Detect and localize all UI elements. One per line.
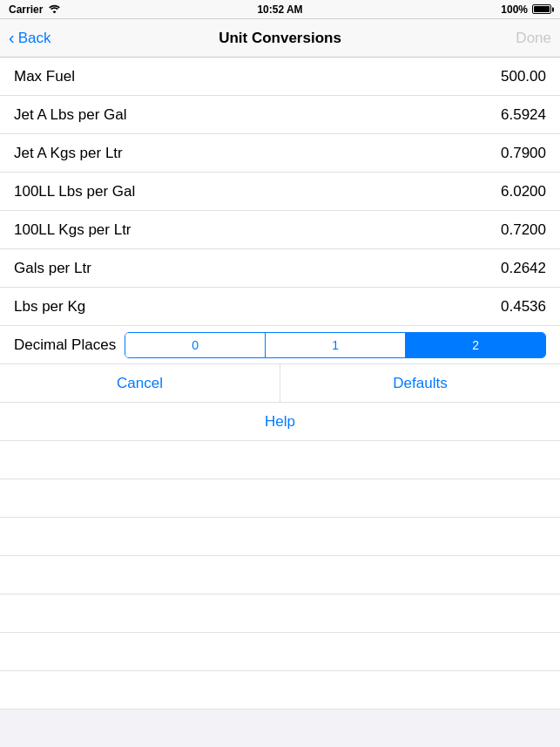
help-button[interactable]: Help <box>265 413 295 431</box>
empty-row <box>0 594 560 633</box>
empty-row <box>0 518 560 556</box>
cancel-button[interactable]: Cancel <box>0 364 280 402</box>
row-value-4: 0.7200 <box>501 221 546 239</box>
row-label-5: Gals per Ltr <box>14 260 91 277</box>
action-row: Cancel Defaults <box>0 364 560 403</box>
table-row[interactable]: Max Fuel 500.00 <box>0 58 560 96</box>
status-bar-right: 100% <box>501 3 551 16</box>
table-row[interactable]: Lbs per Kg 0.4536 <box>0 288 560 326</box>
carrier-label: Carrier <box>9 3 43 16</box>
row-value-6: 0.4536 <box>501 298 546 316</box>
empty-row <box>0 633 560 671</box>
wifi-icon <box>48 3 61 16</box>
defaults-button[interactable]: Defaults <box>280 364 560 402</box>
decimal-places-label: Decimal Places <box>14 336 116 354</box>
decimal-places-segmented-control[interactable]: 012 <box>125 332 546 358</box>
status-bar-time: 10:52 AM <box>257 3 302 16</box>
table-row[interactable]: 100LL Lbs per Gal 6.0200 <box>0 173 560 211</box>
row-value-1: 6.5924 <box>501 106 546 124</box>
table-row[interactable]: Jet A Kgs per Ltr 0.7900 <box>0 134 560 173</box>
nav-bar: ‹ Back Unit Conversions Done <box>0 19 560 58</box>
table-row[interactable]: 100LL Kgs per Ltr 0.7200 <box>0 211 560 249</box>
battery-percentage: 100% <box>501 3 528 16</box>
back-chevron-icon: ‹ <box>9 29 15 46</box>
row-value-5: 0.2642 <box>501 260 546 277</box>
empty-row <box>0 441 560 479</box>
seg-option-0[interactable]: 0 <box>125 333 266 357</box>
table-row[interactable]: Jet A Lbs per Gal 6.5924 <box>0 96 560 134</box>
done-button[interactable]: Done <box>516 30 551 47</box>
row-value-3: 6.0200 <box>501 183 546 200</box>
content-area: Max Fuel 500.00 Jet A Lbs per Gal 6.5924… <box>0 58 560 710</box>
empty-row <box>0 479 560 518</box>
row-label-4: 100LL Kgs per Ltr <box>14 221 132 239</box>
empty-row <box>0 671 560 710</box>
svg-point-0 <box>54 11 56 13</box>
table-row[interactable]: Gals per Ltr 0.2642 <box>0 249 560 288</box>
row-label-6: Lbs per Kg <box>14 298 85 316</box>
seg-option-1[interactable]: 1 <box>266 333 406 357</box>
status-bar: Carrier 10:52 AM 100% <box>0 0 560 19</box>
battery-icon <box>532 4 551 14</box>
row-label-1: Jet A Lbs per Gal <box>14 106 126 124</box>
row-label-3: 100LL Lbs per Gal <box>14 183 135 200</box>
seg-option-2[interactable]: 2 <box>406 333 545 357</box>
status-bar-left: Carrier <box>9 3 61 16</box>
row-label-2: Jet A Kgs per Ltr <box>14 145 123 162</box>
back-label: Back <box>18 30 51 47</box>
empty-row <box>0 556 560 594</box>
decimal-places-row: Decimal Places 012 <box>0 326 560 364</box>
back-button[interactable]: ‹ Back <box>9 30 51 47</box>
row-value-2: 0.7900 <box>501 145 546 162</box>
page-title: Unit Conversions <box>219 30 341 47</box>
row-value-0: 500.00 <box>501 68 546 85</box>
help-row: Help <box>0 403 560 441</box>
row-label-0: Max Fuel <box>14 68 75 85</box>
